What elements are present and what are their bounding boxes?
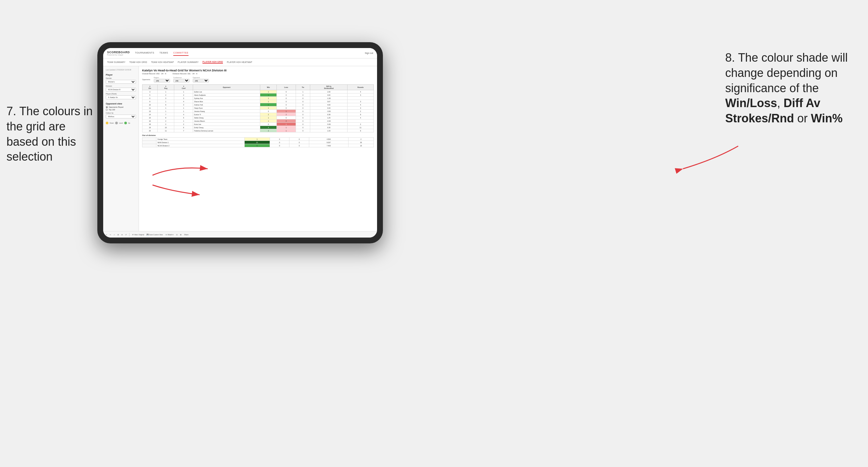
cell-win: 1 xyxy=(260,97,277,100)
cell-win: 0 xyxy=(260,123,277,126)
toolbar-refresh[interactable]: ⤾ xyxy=(114,234,115,236)
nav-tournaments[interactable]: TOURNAMENTS xyxy=(135,50,154,56)
tab-team-h2h-heatmap[interactable]: TEAM H2H HEATMAP xyxy=(151,61,174,63)
nav-committee[interactable]: COMMITTEE xyxy=(173,50,188,56)
table-row: NAIA Division 1 15 0 0 9.267 30 xyxy=(143,141,374,144)
cell-loss: 1 xyxy=(277,129,296,132)
table-row: 10 6 3 Andrea York 2 0 0 4.00 4 xyxy=(143,103,374,106)
cell-tie: 1 xyxy=(296,90,310,93)
arrow-left-2 xyxy=(149,175,201,201)
cell-rounds: 11 xyxy=(347,126,374,129)
table-row: 18 2 2 Euna Lee 0 1 0 -5.00 2 xyxy=(143,123,374,126)
cell-loss: 1 xyxy=(277,123,296,126)
table-row: 20 11 7 Federica Domecq Lacroze 2 1 0 1.… xyxy=(143,129,374,132)
cell-rounds: 2 xyxy=(347,110,374,113)
cell-div: 16 xyxy=(143,119,158,123)
player-rank-select[interactable]: 8. Katelyn Vo xyxy=(106,95,136,99)
tab-player-summary[interactable]: PLAYER SUMMARY xyxy=(178,61,198,63)
cell-tie: 0 xyxy=(296,100,310,103)
table-row: 3 1 1 Esther Lee 1 0 1 1.50 4 xyxy=(143,90,374,93)
cell-win: 0 xyxy=(260,110,277,113)
cell-div: 15 xyxy=(143,116,158,119)
legend-up-label: Up xyxy=(128,122,130,124)
grid-title: Katelyn Vo Head-to-Head Grid for Women's… xyxy=(142,69,374,72)
cell-rounds: 10 xyxy=(348,144,373,147)
cell-tie: 0 xyxy=(296,106,310,110)
cell-win: 1 xyxy=(244,137,270,141)
radio-opponents-played[interactable]: Opponents Played xyxy=(106,106,136,108)
colour-by-select[interactable]: Win/loss xyxy=(106,115,136,119)
annotation-right: 8. The colour shade will change dependin… xyxy=(725,50,862,126)
tab-team-h2h-grid[interactable]: TEAM H2H GRID xyxy=(129,61,147,63)
nav-right: Sign out xyxy=(365,52,373,54)
cell-opponent: Euna Lee xyxy=(193,123,260,126)
cell-loss: 0 xyxy=(277,116,296,119)
toolbar-icon1[interactable]: ⊡ xyxy=(176,234,178,236)
cell-diff: 0.30 xyxy=(310,126,347,129)
cell-conf: 4 xyxy=(174,100,193,103)
annotation-left: 7. The colours in the grid are based on … xyxy=(6,104,97,164)
cell-diff: -3.00 xyxy=(310,110,347,113)
cell-rounds: 2 xyxy=(348,137,373,141)
region-filter-label: Region xyxy=(154,76,170,79)
gender-select[interactable]: Women's xyxy=(106,80,136,84)
table-row: 16 2 1 Jessica Mason 1 2 0 -0.94 xyxy=(143,119,374,123)
radio-top100-label: Top 100 xyxy=(109,109,115,111)
cell-loss: 1 xyxy=(277,110,296,113)
cell-win: 1 xyxy=(260,100,277,103)
toolbar-loop[interactable]: ↺ xyxy=(125,234,127,236)
cell-empty xyxy=(143,141,156,144)
legend-level-label: Level xyxy=(119,122,123,124)
cell-diff: 1.50 xyxy=(310,90,347,93)
radio-top100[interactable]: Top 100 xyxy=(106,109,136,111)
toolbar-watch[interactable]: 👀 Watch ▾ xyxy=(165,234,174,236)
toolbar-view-original[interactable]: 👁 View: Original xyxy=(132,234,144,236)
toolbar-undo[interactable]: ↩ xyxy=(106,234,107,236)
nav-teams[interactable]: TEAMS xyxy=(159,50,168,56)
tab-team-summary[interactable]: TEAM SUMMARY xyxy=(107,61,126,63)
conference-select[interactable]: (All) xyxy=(173,79,189,83)
cell-label: NCAA Division 2 xyxy=(156,144,244,147)
player-rank-label: Player (Rank) xyxy=(106,93,136,95)
logo: SCOREBOARDPowered by clippd xyxy=(107,51,130,56)
division-select[interactable]: NCAA Division III xyxy=(106,88,136,92)
toolbar-redo[interactable]: ↪ xyxy=(110,234,111,236)
cell-win: 1 xyxy=(260,90,277,93)
cell-win: 15 xyxy=(244,141,270,144)
cell-label: Foreign Team xyxy=(156,137,244,141)
cell-diff: 3.33 xyxy=(310,106,347,110)
toolbar-settings[interactable]: ⊛ xyxy=(121,234,123,236)
conference-filter: Conference (All) xyxy=(173,76,189,83)
cell-rounds: 4 xyxy=(347,116,374,119)
cell-opponent: Eunice Yi xyxy=(193,113,260,116)
cell-reg: 1 xyxy=(157,100,174,103)
toolbar-separator xyxy=(129,233,129,236)
region-select[interactable]: (All) xyxy=(154,79,170,83)
col-rounds: Rounds xyxy=(347,85,374,90)
toolbar-save-custom[interactable]: 💾 Save Custom View xyxy=(147,234,163,236)
cell-conf: 7 xyxy=(174,129,193,132)
toolbar-icon2[interactable]: ⊠ xyxy=(180,234,181,236)
tab-player-h2h-heatmap[interactable]: PLAYER H2H HEATMAP xyxy=(227,61,252,63)
cell-opponent: Andrea York xyxy=(193,103,260,106)
opponent-filter: Opponent (All) xyxy=(193,76,209,83)
toolbar-grid[interactable]: ⊞ xyxy=(118,234,119,236)
cell-tie: 0 xyxy=(296,116,310,119)
cell-diff: -0.94 xyxy=(310,119,347,123)
tab-player-h2h-grid[interactable]: PLAYER H2H GRID xyxy=(203,61,223,64)
player-section-title: Player xyxy=(106,74,136,76)
cell-opponent: Federica Domecq Lacroze xyxy=(193,129,260,132)
cell-win: 1 xyxy=(260,106,277,110)
nav-items: TOURNAMENTS TEAMS COMMITTEE xyxy=(135,50,365,56)
record-row: Overall Record: 353 - 34 - 6 Division Re… xyxy=(142,73,374,75)
opponent-select[interactable]: (All) xyxy=(193,79,209,83)
cell-diff: 3.67 xyxy=(310,100,347,103)
cell-diff: -5.00 xyxy=(310,123,347,126)
sign-out-link[interactable]: Sign out xyxy=(365,52,373,54)
cell-win: 2 xyxy=(260,113,277,116)
cell-rounds: 4 xyxy=(347,103,374,106)
cell-tie: 0 xyxy=(296,110,310,113)
cell-reg: 8 xyxy=(157,116,174,119)
right-content: Katelyn Vo Head-to-Head Grid for Women's… xyxy=(139,66,377,231)
toolbar-share[interactable]: Share xyxy=(184,234,188,236)
